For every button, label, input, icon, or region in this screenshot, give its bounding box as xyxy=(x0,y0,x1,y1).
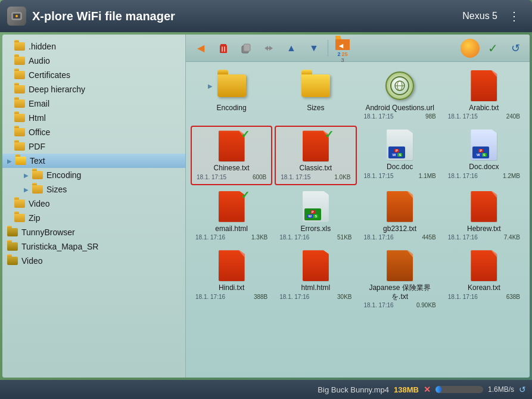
file-date: 18.1. 17:15 xyxy=(364,113,394,120)
list-item[interactable]: gb2312.txt 18.1. 17:16 445B xyxy=(359,188,441,244)
file-icon-wrap xyxy=(300,70,331,101)
file-icon-wrap: ▶ xyxy=(216,70,247,101)
back-button[interactable]: ◀ xyxy=(191,38,211,58)
badge-group[interactable]: ◀ 2 25 3 xyxy=(333,35,352,63)
list-item[interactable]: Japanese 保険業界を.txt 18.1. 17:16 0.90KB xyxy=(359,247,441,312)
file-date: 18.1. 17:16 xyxy=(279,234,309,241)
list-item[interactable]: P W S Doc.doc 18.1. 17:15 1.1MB xyxy=(359,126,441,185)
list-item[interactable]: ✓ Chinese.txt 18.1. 17:15 600B xyxy=(191,126,272,185)
file-size: 445B xyxy=(422,234,435,241)
chevron-folder-icon: ▶ xyxy=(208,83,213,89)
copy-button[interactable] xyxy=(236,38,256,58)
sidebar-item-label: Text xyxy=(30,156,45,166)
progress-bar xyxy=(435,386,483,393)
txt-icon xyxy=(471,191,497,222)
sidebar-item-audio[interactable]: Audio xyxy=(2,54,185,68)
status-cancel-button[interactable]: ✕ xyxy=(424,385,431,394)
file-meta: 18.1. 17:16 1.3KB xyxy=(193,234,270,241)
badge-num-3: 3 xyxy=(341,57,344,63)
file-meta: 18.1. 17:15 240B xyxy=(446,113,522,120)
file-size: 638B xyxy=(506,294,520,300)
sidebar-item-video[interactable]: Video xyxy=(2,197,185,211)
txt-icon xyxy=(471,250,497,281)
list-item[interactable]: Korean.txt 18.1. 17:16 638B xyxy=(443,247,525,312)
svg-rect-6 xyxy=(224,46,225,52)
sidebar-item-sizes[interactable]: ▶ Sizes xyxy=(2,182,185,197)
menu-button[interactable]: ⋮ xyxy=(503,7,525,26)
sidebar-item-encoding[interactable]: ▶ Encoding xyxy=(2,168,185,182)
file-size: 240B xyxy=(506,113,520,120)
sidebar-item-turisticka[interactable]: Turisticka_Mapa_SR xyxy=(2,239,185,254)
sidebar-item-tunnybrowser[interactable]: TunnyBrowser xyxy=(2,225,185,239)
download-button[interactable]: ▼ xyxy=(304,38,324,58)
toolbar: ◀ xyxy=(186,35,530,62)
file-date: 18.1. 17:15 xyxy=(364,173,394,179)
file-date: 18.1. 17:16 xyxy=(448,173,478,179)
file-name: Chinese.txt xyxy=(214,164,250,172)
sidebar-item-certificates[interactable]: Certificates xyxy=(2,68,185,82)
list-item[interactable]: ▶ Encoding xyxy=(191,67,272,123)
move-button[interactable] xyxy=(259,38,279,58)
file-size: 600B xyxy=(253,174,266,180)
sidebar-item-zip[interactable]: Zip xyxy=(2,211,185,225)
sidebar-item-html[interactable]: Html xyxy=(2,111,185,125)
sidebar-item-email[interactable]: Email xyxy=(2,96,185,111)
badge-num-2: 2 xyxy=(337,51,340,57)
delete-button[interactable] xyxy=(213,38,234,58)
list-item[interactable]: Hindi.txt 18.1. 17:16 388B xyxy=(191,247,272,312)
refresh-button[interactable]: ↺ xyxy=(506,39,525,58)
file-meta: 18.1. 17:16 30KB xyxy=(277,294,354,300)
svg-rect-5 xyxy=(222,46,223,52)
file-meta: 18.1. 17:16 7.4KB xyxy=(446,234,522,241)
sidebar-item-video2[interactable]: Video xyxy=(2,254,185,268)
svg-rect-3 xyxy=(220,44,226,45)
file-name: Hindi.txt xyxy=(219,283,244,292)
list-item[interactable]: P W S Doc.docx 18.1. 17:16 1.2MB xyxy=(443,126,525,185)
toolbar-right: ✓ ↺ xyxy=(461,39,525,58)
list-item[interactable]: Android Questions.url 18.1. 17:15 98B xyxy=(359,67,441,123)
sidebar-item-label: Encoding xyxy=(46,170,81,180)
folder-icon xyxy=(301,74,330,97)
list-item[interactable]: P W S Errors.xls 18.1. 17:16 51KB xyxy=(275,188,356,244)
list-item[interactable]: Sizes xyxy=(275,67,356,123)
status-speed: 1.6MB/s xyxy=(488,385,514,394)
sidebar-item-hidden[interactable]: .hidden xyxy=(2,39,185,54)
sidebar-item-label: Office xyxy=(29,127,50,137)
file-size: 98B xyxy=(425,113,436,120)
status-refresh-button[interactable]: ↺ xyxy=(519,385,526,394)
list-item[interactable]: Arabic.txt 18.1. 17:15 240B xyxy=(443,67,525,123)
file-size: 1.1MB xyxy=(419,173,436,179)
select-all-button[interactable]: ✓ xyxy=(483,39,502,58)
list-item[interactable]: Hebrew.txt 18.1. 17:16 7.4KB xyxy=(443,188,525,244)
file-name: Doc.doc xyxy=(387,163,413,171)
file-size: 30KB xyxy=(337,294,351,300)
file-date: 18.1. 17:16 xyxy=(364,234,394,241)
file-name: Arabic.txt xyxy=(469,104,499,112)
file-meta: 18.1. 17:16 0.90KB xyxy=(362,302,438,308)
folder-icon xyxy=(14,200,25,208)
file-meta: 18.1. 17:16 51KB xyxy=(277,234,354,241)
sidebar-item-label: TunnyBrowser xyxy=(21,227,75,237)
file-name: Hebrew.txt xyxy=(467,225,501,233)
folder-icon xyxy=(217,74,246,97)
sidebar-item-deep-hierarchy[interactable]: Deep hierarchy xyxy=(2,82,185,96)
file-date: 18.1. 17:16 xyxy=(195,234,225,241)
file-name: Errors.xls xyxy=(301,225,331,233)
sidebar-item-text[interactable]: ▶ Text xyxy=(2,154,185,168)
file-size: 7.4KB xyxy=(504,234,520,241)
file-icon-wrap xyxy=(300,250,331,281)
list-item[interactable]: ✓ email.html 18.1. 17:16 1.3KB xyxy=(191,188,272,244)
sidebar-item-pdf[interactable]: PDF xyxy=(2,139,185,154)
upload-button[interactable]: ▲ xyxy=(281,38,301,58)
chevron-icon: ▶ xyxy=(24,172,29,179)
list-item[interactable]: html.html 18.1. 17:16 30KB xyxy=(275,247,356,312)
sidebar-item-office[interactable]: Office xyxy=(2,125,185,139)
sidebar-item-label: Turisticka_Mapa_SR xyxy=(21,242,98,251)
sort-button[interactable] xyxy=(461,39,480,58)
sidebar-item-label: Html xyxy=(29,113,46,123)
list-item[interactable]: ✓ Classic.txt 18.1. 17:15 1.0KB xyxy=(275,126,356,185)
file-date: 18.1. 17:16 xyxy=(448,234,478,241)
txt-icon xyxy=(219,250,245,281)
docx-icon: P W S xyxy=(471,129,497,160)
file-name: Sizes xyxy=(307,104,324,112)
